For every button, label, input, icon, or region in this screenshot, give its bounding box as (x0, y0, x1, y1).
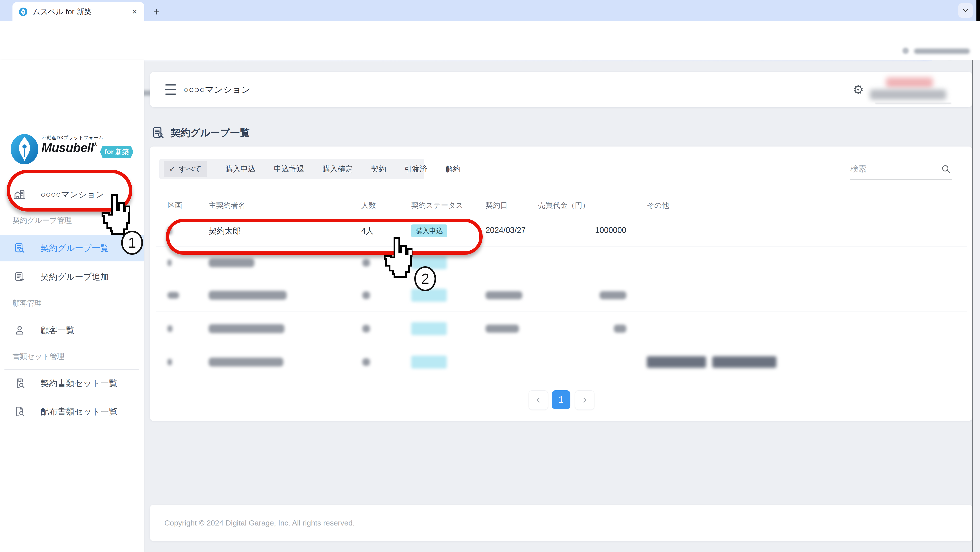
sidebar-divider (5, 369, 139, 370)
filter-tab-label: 購入確定 (323, 165, 353, 173)
filter-tab-6[interactable]: 引渡済 (404, 164, 427, 174)
sidebar-item-label: 配布書類セット一覧 (41, 406, 118, 417)
filter-tab-label: 解約 (445, 165, 461, 173)
musubell-logo-icon (10, 134, 39, 165)
filter-tab-5[interactable]: 契約 (371, 164, 386, 174)
user-name-redacted (870, 89, 946, 100)
cell-plot-redacted (167, 292, 179, 299)
filter-tab-3[interactable]: 申込辞退 (274, 164, 304, 174)
table-row[interactable] (156, 345, 967, 379)
cell-plot-redacted (167, 325, 172, 332)
book-search-icon (14, 377, 25, 389)
user-role-redacted (886, 78, 933, 88)
filter-tab-4[interactable]: 購入確定 (323, 164, 353, 174)
section-title: 契約グループ一覧 (151, 126, 250, 139)
status-badge-redacted (411, 289, 447, 302)
cell-name-redacted (209, 258, 255, 267)
sidebar-item-label: 契約グループ追加 (41, 271, 109, 283)
file-search-icon (14, 406, 25, 417)
scrollbar-track[interactable] (972, 60, 980, 552)
sidebar: 不動産DXプラットフォーム Musubell® for 新築 ○○○○マンション… (0, 60, 144, 552)
column-header: 売買代金（円） (538, 200, 590, 210)
sidebar-item-label: 顧客一覧 (41, 325, 75, 336)
cell-date: 2024/03/27 (485, 226, 526, 235)
header-title: ○○○○マンション (183, 72, 250, 107)
cell-name-redacted (209, 291, 286, 300)
cell-price-redacted (600, 291, 626, 299)
search-input[interactable] (850, 164, 941, 174)
cell-date-redacted (485, 291, 522, 299)
contract-group-list-card: ✓すべて購入申込申込辞退購入確定契約引渡済解約 区画主契約者名人数契約ステータス… (150, 146, 972, 421)
chevron-down-icon (962, 7, 969, 14)
column-header: 契約ステータス (411, 200, 463, 210)
sidebar-item-link[interactable]: 契約書類セット一覧 (0, 370, 144, 396)
cell-count-redacted (363, 358, 370, 366)
browser-tabstrip: ムスベル for 新築 × + (0, 0, 980, 21)
other-chip-redacted[interactable] (647, 356, 706, 368)
cell-count-redacted (363, 325, 370, 332)
cell-count-redacted (363, 291, 370, 299)
hamburger-menu-icon[interactable] (165, 84, 176, 95)
cell-name-redacted (209, 324, 285, 333)
status-badge-redacted (411, 356, 447, 369)
browser-tab[interactable]: ムスベル for 新築 × (13, 2, 144, 21)
doc-add-icon (14, 271, 25, 283)
annotation-step-1: 1 (121, 231, 143, 255)
tab-search-button[interactable] (958, 3, 973, 18)
other-chip-redacted[interactable] (712, 356, 776, 368)
column-header: 人数 (361, 200, 376, 210)
sidebar-item-link[interactable]: 顧客一覧 (0, 317, 144, 344)
table-row[interactable] (156, 278, 967, 312)
sidebar-divider (5, 316, 139, 316)
all-bookmarks-label-redacted[interactable] (914, 49, 970, 54)
logo-for-shinchiku-badge: for 新築 (100, 146, 134, 158)
gear-icon[interactable]: ⚙ (849, 72, 867, 107)
sidebar-section-label: 書類セット管理 (13, 352, 64, 362)
pagination-next-button[interactable] (575, 390, 595, 410)
hand-cursor-icon (381, 236, 412, 279)
new-tab-button[interactable]: + (150, 5, 163, 18)
pagination-page-1[interactable]: 1 (552, 390, 570, 409)
filter-tab-1[interactable]: ✓すべて (164, 161, 207, 177)
filter-tab-label: 引渡済 (404, 165, 427, 173)
doc-search-icon (14, 242, 25, 254)
tab-close-icon[interactable]: × (129, 6, 140, 17)
filter-tab-label: 契約 (371, 165, 386, 173)
check-icon: ✓ (169, 165, 175, 173)
cell-plot-redacted (167, 359, 172, 366)
copyright-text: Copyright © 2024 Digital Garage, Inc. Al… (164, 519, 355, 527)
cell-date-redacted (485, 325, 519, 332)
logo-tagline: 不動産DXプラットフォーム (42, 135, 103, 141)
sidebar-section-label: 顧客管理 (13, 298, 42, 309)
all-bookmarks-icon[interactable] (902, 48, 909, 54)
search-box (850, 159, 952, 180)
contract-group-list-icon (151, 126, 165, 139)
filter-tab-label: すべて (179, 164, 202, 174)
column-header: その他 (647, 200, 669, 210)
bookmarks-bar (0, 42, 980, 60)
user-divider (875, 103, 951, 104)
section-title-text: 契約グループ一覧 (170, 126, 250, 139)
search-icon[interactable] (941, 164, 951, 174)
chevron-left-icon (535, 396, 542, 404)
pagination-prev-button[interactable] (528, 390, 548, 410)
browser-toolbar (0, 21, 980, 42)
footer: Copyright © 2024 Digital Garage, Inc. Al… (150, 505, 972, 541)
cell-count-redacted (363, 259, 370, 267)
column-header: 区画 (167, 200, 182, 210)
sidebar-item-link[interactable]: 契約グループ追加 (0, 263, 144, 290)
annotation-oval-row (166, 219, 483, 255)
sidebar-item-link[interactable]: 配布書類セット一覧 (0, 398, 144, 425)
filter-tab-2[interactable]: 購入申込 (225, 164, 256, 174)
tab-title: ムスベル for 新築 (32, 7, 129, 17)
app-header: ○○○○マンション ⚙ (150, 72, 972, 107)
cell-price: 1000000 (538, 226, 626, 235)
table-row[interactable] (156, 312, 967, 345)
sidebar-item-label: 契約グループ一覧 (41, 242, 109, 254)
person-icon (14, 325, 25, 336)
column-header: 主契約者名 (209, 200, 245, 210)
screen: ムスベル for 新築 × + (0, 0, 980, 552)
filter-tab-7[interactable]: 解約 (445, 164, 461, 174)
cell-plot-redacted (167, 259, 172, 266)
screen-edge (977, 0, 980, 21)
